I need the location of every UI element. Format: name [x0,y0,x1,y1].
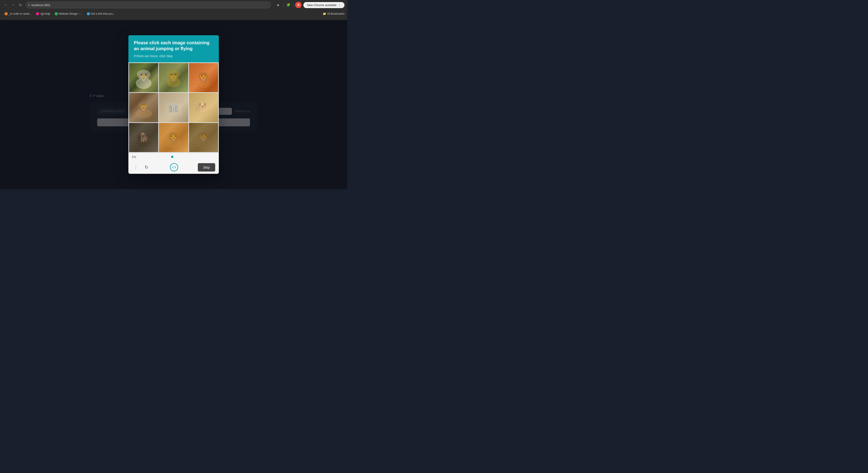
svg-rect-19 [163,101,184,103]
reload-button[interactable]: ↻ [17,2,24,8]
svg-rect-18 [166,102,182,116]
all-bookmarks-label: All Bookmarks [327,12,344,15]
captcha-cell-1[interactable]: 🦁 [129,63,158,92]
captcha-cell-7[interactable]: 🐕 [129,123,158,152]
svg-point-12 [198,72,209,79]
captcha-skip-button[interactable]: Skip [198,163,215,171]
svg-rect-20 [169,105,172,112]
menu-dots-icon: ⋮ [134,165,138,169]
extensions-icon: 🧩 [286,3,290,7]
address-url: localhost:3001 [31,3,51,7]
svg-point-31 [142,137,153,143]
captcha-cell-8[interactable]: 🦁 [159,123,188,152]
captcha-cell-9[interactable]: 🦁 [189,123,218,152]
svg-point-30 [140,136,141,138]
divider2 [293,3,293,7]
building-svg [159,93,188,122]
captcha-cell-6[interactable]: 🐕 [189,93,218,122]
svg-point-41 [205,135,206,136]
svg-point-3 [141,74,143,76]
svg-point-13 [201,75,203,76]
extensions-button[interactable]: 🧩 [285,2,291,8]
dog-svg-2 [129,123,158,152]
bookmark-label-3: Website Design –... [59,12,82,15]
animal-svg-1 [129,63,158,92]
svg-point-35 [170,135,172,137]
svg-point-8 [170,74,173,76]
animal-svg-3 [189,63,218,92]
new-chrome-more-icon: ⋮ [338,3,341,7]
modal-overlay: Please click each image containing an an… [0,20,347,189]
reload-icon: ↻ [145,165,149,170]
address-bar[interactable]: ● localhost:3001 [25,1,271,8]
animal-svg-4 [129,93,158,122]
bookmark-label-2: =]pl bnjk [40,12,50,15]
browser-actions: ★ 🧩 N New Chrome available ⋮ [275,2,344,8]
dog-svg-1 [189,93,218,122]
bookmark-label-1: _In order to send... [8,12,31,15]
back-button[interactable]: ← [3,2,9,8]
captcha-header: Please click each image containing an an… [128,35,219,62]
svg-point-17 [138,102,150,109]
new-chrome-button[interactable]: New Chrome available ⋮ [303,2,344,8]
svg-point-40 [201,135,202,136]
captcha-reload-button[interactable]: ↻ [143,164,150,171]
bookmark-item-1[interactable]: _In order to send... [3,11,33,16]
svg-point-7 [167,70,180,78]
captcha-language: EN [132,155,136,159]
captcha-progress-dot [171,156,174,158]
captcha-modal: Please click each image containing an an… [128,35,219,174]
captcha-image-grid: 🦁 🦁 [128,62,219,153]
captcha-actions: ⋮ ↻ Skip [128,161,219,174]
svg-point-4 [145,74,147,76]
svg-point-14 [205,75,206,76]
captcha-subtitle: If there are None, click Skip [134,54,213,58]
forward-button[interactable]: → [10,2,16,8]
bookmark-item-4[interactable]: Get a link that you... [85,11,117,16]
bookmarks-bar: _In order to send... =]pl bnjk Website D… [0,10,347,18]
browser-toolbar: ← → ↻ ● localhost:3001 ★ 🧩 N New Chrome … [0,0,347,10]
bookmark-icon-1 [4,12,8,15]
address-lock-icon: ● [28,3,30,6]
animal-svg-9 [189,123,218,152]
star-button[interactable]: ★ [275,2,281,8]
bookmark-icon-4 [87,12,90,15]
bookmark-item-2[interactable]: =]pl bnjk [34,11,52,16]
svg-point-43 [173,166,175,168]
svg-point-39 [198,132,209,138]
captcha-menu-button[interactable]: ⋮ [132,164,140,170]
animal-svg-8 [159,123,188,152]
divider [283,3,283,7]
bookmark-label-4: Get a link that you... [91,12,115,15]
animal-svg-2 [159,63,188,92]
captcha-title: Please click each image containing an an… [134,40,213,52]
all-bookmarks[interactable]: 📁 All Bookmarks [323,12,344,15]
captcha-cell-5[interactable]: 🏛️ [159,93,188,122]
svg-rect-21 [176,105,178,112]
nav-buttons: ← → ↻ [3,2,24,8]
svg-point-9 [175,74,177,76]
captcha-logo-area [153,163,195,171]
browser-chrome: ← → ↻ ● localhost:3001 ★ 🧩 N New Chrome … [0,0,347,20]
folder-icon: 📁 [323,12,326,15]
captcha-logo [170,163,178,171]
page-content: Claim Testnet and testing ℹ P value. 10 … [0,20,347,189]
bookmark-item-3[interactable]: Website Design –... [53,11,84,16]
captcha-footer: EN [128,153,219,161]
captcha-cell-2[interactable]: 🦁 [159,63,188,92]
new-chrome-label: New Chrome available [307,3,337,7]
bookmark-icon-3 [55,12,58,15]
svg-point-26 [195,105,199,112]
svg-point-36 [175,135,177,137]
svg-point-34 [167,131,180,140]
svg-point-2 [137,70,151,79]
captcha-cell-3[interactable]: 🦁 [189,63,218,92]
captcha-cell-4[interactable]: 🦁 [129,93,158,122]
bookmark-icon-2 [36,12,39,15]
profile-button[interactable]: N [295,2,302,8]
